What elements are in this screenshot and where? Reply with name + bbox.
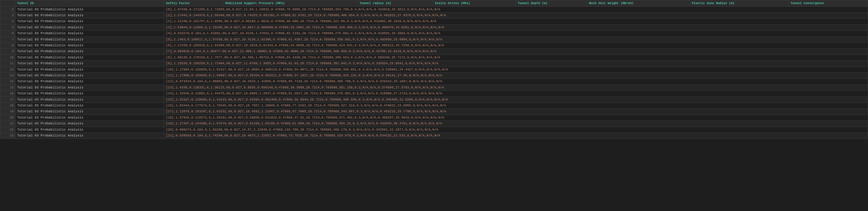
table-row: 2Tutorial 03 Probabilistic Analysis[0],1… — [0, 6, 868, 12]
table-row: 12Tutorial 03 Probabilistic Analysis[10]… — [0, 67, 868, 72]
table-row: 3Tutorial 03 Probabilistic Analysis[1],1… — [0, 13, 868, 19]
tunnel-id-cell: Tutorial 03 Probabilistic Analysis — [15, 36, 164, 42]
table-row: 5Tutorial 03 Probabilistic Analysis[3],1… — [0, 25, 868, 30]
table-row: 13Tutorial 03 Probabilistic Analysis[11]… — [0, 72, 868, 79]
col-header-3: Tunnel radius (m) — [358, 0, 433, 7]
tunnel-id-cell: Tutorial 03 Probabilistic Analysis — [15, 25, 164, 30]
data-values-cell: [3],1.54844,0.11883,6,1.15206,60,0.027,1… — [164, 25, 868, 30]
row-number: 16 — [0, 91, 15, 97]
tunnel-id-cell: Tutorial 03 Probabilistic Analysis — [15, 132, 164, 139]
tunnel-id-cell: Tutorial 03 Probabilistic Analysis — [15, 102, 164, 109]
data-values-cell: [10],1.17904,0.156059,6,1.51427,60,0.027… — [164, 67, 868, 72]
table-row: 16Tutorial 03 Probabilistic Analysis[14]… — [0, 91, 868, 97]
row-number: 18 — [0, 102, 15, 109]
data-values-cell: [20],0.900274,0.184,6,1.91938,60,0.027,1… — [164, 127, 868, 132]
tunnel-id-cell: Tutorial 03 Probabilistic Analysis — [15, 115, 164, 121]
row-number: 22 — [0, 127, 15, 132]
col-header-7: Plastic Zone Radius (m) — [690, 0, 789, 7]
data-values-cell: [6],1.17259,0.156918,6,1.63389,60,0.027,… — [164, 43, 868, 49]
table-row: 4Tutorial 03 Probabilistic Analysis[2],1… — [0, 19, 868, 25]
data-values-cell: [5],1.1463,0.160517,6,1.57638,60,0.027,1… — [164, 36, 868, 42]
tunnel-id-cell: Tutorial 03 Probabilistic Analysis — [15, 91, 164, 97]
table-row: 7Tutorial 03 Probabilistic Analysis[5],1… — [0, 36, 868, 42]
row-number-header — [0, 0, 15, 7]
col-header-6: Rock Unit Weight (MN/m3) — [587, 0, 690, 7]
data-values-cell: [17],1.12678,0.163297,6,1.63152,60,0.027… — [164, 109, 868, 115]
table-row: 23Tutorial 03 Probabilistic Analysis[21]… — [0, 132, 868, 139]
data-values-cell: [8],1.08135,0.170158,6,1.7577,60,0.027,1… — [164, 55, 868, 60]
table-row: 11Tutorial 03 Probabilistic Analysis[9],… — [0, 61, 868, 67]
col-header-5: Tunnel Depth (m) — [516, 0, 587, 7]
data-values-cell: [19],1.27437,0.144385,6,1.67679,60,0.027… — [164, 121, 868, 127]
data-values-cell: [14],1.32546,0.13882,6,1.44475,60,0.027,… — [164, 91, 868, 97]
row-number: 4 — [0, 19, 15, 25]
tunnel-id-cell: Tutorial 03 Probabilistic Analysis — [15, 67, 164, 72]
spreadsheet-container: Tunnel ID Safety Factor Mobilized Suppor… — [0, 0, 868, 139]
table-row: 21Tutorial 03 Probabilistic Analysis[19]… — [0, 121, 868, 127]
row-number: 17 — [0, 97, 15, 102]
tunnel-id-cell: Tutorial 03 Probabilistic Analysis — [15, 13, 164, 19]
row-number: 5 — [0, 25, 15, 30]
table-row: 8Tutorial 03 Probabilistic Analysis[6],1… — [0, 43, 868, 49]
data-values-cell: [0],1.07436,0.171265,6,1.72055,60,0.027,… — [164, 6, 868, 12]
row-number: 8 — [0, 43, 15, 49]
table-row: 6Tutorial 03 Probabilistic Analysis[4],0… — [0, 31, 868, 36]
table-row: 20Tutorial 03 Probabilistic Analysis[18]… — [0, 115, 868, 121]
data-values-cell: [7],0.993019,0.184,6,1.80477,60,0.027,11… — [164, 49, 868, 55]
tunnel-id-cell: Tutorial 03 Probabilistic Analysis — [15, 72, 164, 79]
tunnel-id-cell: Tutorial 03 Probabilistic Analysis — [15, 49, 164, 55]
data-values-cell: [2],1.21246,0.151757,6,1.6556,60,0.027,9… — [164, 19, 868, 25]
data-values-cell: [4],0.915279,0.184,6,1.61892,60,0.027,10… — [164, 31, 868, 36]
tunnel-id-cell: Tutorial 03 Probabilistic Analysis — [15, 55, 164, 60]
row-number: 11 — [0, 61, 15, 67]
table-row: 19Tutorial 03 Probabilistic Analysis[17]… — [0, 109, 868, 115]
row-number: 15 — [0, 85, 15, 90]
tunnel-id-cell: Tutorial 03 Probabilistic Analysis — [15, 43, 164, 49]
tunnel-id-cell: Tutorial 03 Probabilistic Analysis — [15, 127, 164, 132]
data-values-cell: [21],0.938554,0.184,6,1.74294,60,0.027,1… — [164, 132, 868, 139]
row-number: 9 — [0, 49, 15, 55]
tunnel-id-cell: Tutorial 03 Probabilistic Analysis — [15, 79, 164, 85]
table-row: 22Tutorial 03 Probabilistic Analysis[20]… — [0, 127, 868, 132]
row-number: 19 — [0, 109, 15, 115]
data-values-cell: [1],1.27442,0.144379,6,1.59349,60,0.027,… — [164, 13, 868, 19]
row-number: 21 — [0, 121, 15, 127]
row-number: 13 — [0, 72, 15, 79]
col-header-1: Safety Factor — [164, 0, 224, 7]
tunnel-id-cell: Tutorial 03 Probabilistic Analysis — [15, 97, 164, 102]
row-number: 23 — [0, 132, 15, 139]
data-values-cell: [11],1.17998,0.155935,6,1.59097,60,0.027… — [164, 72, 868, 79]
row-number: 6 — [0, 31, 15, 36]
data-values-cell: [18],1.57842,0.116572,6,1.20191,60,0.027… — [164, 115, 868, 121]
data-table: Tunnel ID Safety Factor Mobilized Suppor… — [0, 0, 868, 139]
tunnel-id-cell: Tutorial 03 Probabilistic Analysis — [15, 109, 164, 115]
row-number: 12 — [0, 67, 15, 72]
data-values-cell: [16],1.03444,0.177874,6,1.70345,60,0.027… — [164, 102, 868, 109]
row-number: 7 — [0, 36, 15, 42]
tunnel-id-cell: Tutorial 03 Probabilistic Analysis — [15, 19, 164, 25]
col-header-0: Tunnel ID — [15, 0, 164, 7]
data-values-cell: [9],1.15535,0.159259,6,1.71404,60,0.027,… — [164, 61, 868, 67]
table-row: 14Tutorial 03 Probabilistic Analysis[12]… — [0, 79, 868, 85]
table-row: 18Tutorial 03 Probabilistic Analysis[16]… — [0, 102, 868, 109]
tunnel-id-cell: Tutorial 03 Probabilistic Analysis — [15, 61, 164, 67]
col-header-8: Tunnel Convergence — [789, 0, 868, 7]
table-row: 15Tutorial 03 Probabilistic Analysis[13]… — [0, 85, 868, 90]
row-number: 2 — [0, 6, 15, 12]
table-row: 10Tutorial 03 Probabilistic Analysis[8],… — [0, 55, 868, 60]
row-number: 3 — [0, 13, 15, 19]
tunnel-id-cell: Tutorial 03 Probabilistic Analysis — [15, 6, 164, 12]
col-header-4: Insitu Stress (MPa) — [433, 0, 516, 7]
col-header-2: Mobilized Support Pressure (MPa) — [223, 0, 358, 7]
tunnel-id-cell: Tutorial 03 Probabilistic Analysis — [15, 121, 164, 127]
tunnel-id-cell: Tutorial 03 Probabilistic Analysis — [15, 85, 164, 90]
tunnel-id-cell: Tutorial 03 Probabilistic Analysis — [15, 31, 164, 36]
row-number: 10 — [0, 55, 15, 60]
data-values-cell: [12],0.973544,0.184,6,1.86093,60,0.027,1… — [164, 79, 868, 85]
row-number: 20 — [0, 115, 15, 121]
row-number: 14 — [0, 79, 15, 85]
table-row: 17Tutorial 03 Probabilistic Analysis[15]… — [0, 97, 868, 102]
data-values-cell: [15],1.52197,0.120896,6,1.41915,60,0.027… — [164, 97, 868, 102]
table-row: 9Tutorial 03 Probabilistic Analysis[7],0… — [0, 49, 868, 55]
data-values-cell: [13],1.4338,0.128331,6,1.38115,60,0.027,… — [164, 85, 868, 90]
